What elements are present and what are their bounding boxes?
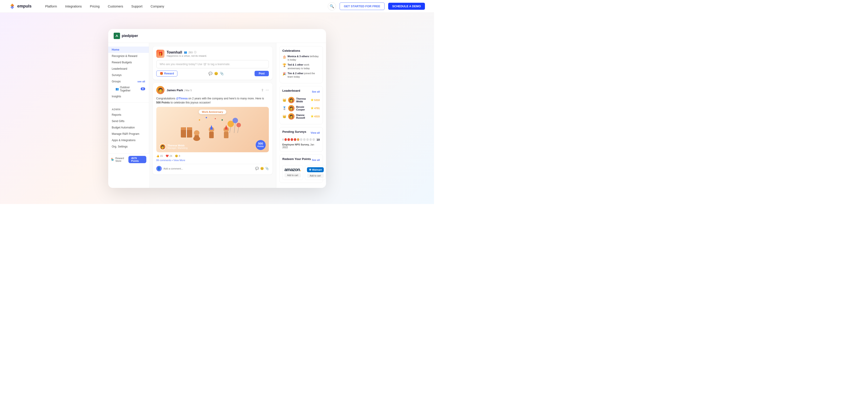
post-button[interactable]: Post (254, 71, 269, 76)
dot-5 (297, 138, 300, 141)
survey-dots-row: 0 10 (282, 138, 320, 142)
nav-support[interactable]: Support (131, 4, 143, 8)
sidebar-item-send-gifts[interactable]: Send Gifts (108, 118, 149, 124)
sidebar-item-budget-automation[interactable]: Budget Automation (108, 124, 149, 131)
svg-line-21 (238, 127, 239, 133)
empuls-logo-icon (9, 3, 16, 9)
thumbs-up-icon: 👍 (156, 155, 159, 157)
celebration-illustration (176, 113, 249, 147)
sidebar-item-manage-rnr[interactable]: Manage R&R Program (108, 131, 149, 137)
share-icon[interactable]: ⇪ (261, 88, 264, 92)
leaderboard-header: Leaderboard See all (282, 89, 320, 95)
sidebar: Home Recognize & Reward Reward Budgets L… (108, 43, 149, 153)
schedule-demo-button[interactable]: SCHEDULE A DEMO (388, 3, 425, 10)
nav-logo[interactable]: empuls (9, 3, 32, 9)
nav-customers[interactable]: Customers (108, 4, 123, 8)
attachment-icon[interactable]: 📎 (220, 72, 224, 75)
comment-action-icons: 💬 😊 📎 (255, 167, 269, 170)
redeem-stores: amazon. Add to cart ✳ Walmart Add to car… (282, 165, 320, 180)
admin-section-label: ADMIN (108, 105, 149, 112)
sidebar-item-groups[interactable]: Groups see all (108, 78, 149, 85)
emoji-icon[interactable]: 😊 (214, 72, 218, 75)
main-area: piedpiper Home Recognize & Reward Reward… (0, 13, 434, 204)
comment-bubble-icon[interactable]: 💬 (255, 167, 259, 170)
leader-1-avatar: 👩 (288, 97, 294, 103)
sidebar-bottom-bar: 🏪 Reward Store 4579 Points (108, 153, 149, 165)
reward-store-label[interactable]: 🏪 Reward Store (111, 157, 129, 162)
svg-point-8 (194, 130, 199, 136)
comments-link[interactable]: 99 comments • View More (156, 159, 269, 162)
sidebar-item-recognize[interactable]: Recognize & Reward (108, 53, 149, 59)
sidebar-item-insights[interactable]: Insights (108, 93, 149, 100)
app-logo-icon (114, 33, 120, 39)
post-user-info: Theresa Webb Manager, Marketing (168, 144, 188, 149)
nav-links: Platform Integrations Pricing Customers … (45, 4, 328, 8)
redeem-title: Redeem Your Points (282, 157, 311, 161)
comment-input[interactable] (163, 167, 253, 170)
dot-1 (284, 138, 287, 141)
svg-line-19 (229, 127, 231, 133)
surveys-view-all[interactable]: View all (311, 131, 320, 134)
post-user-small-avatar: 👩 (159, 144, 166, 150)
svg-point-18 (237, 123, 241, 127)
points-badge[interactable]: 4579 Points (128, 156, 146, 163)
sidebar-item-apps-integrations[interactable]: Apps & Integrations (108, 137, 149, 144)
get-started-button[interactable]: GET STARTED FOR FREE (340, 2, 384, 10)
leaderboard-see-all[interactable]: See all (312, 90, 320, 93)
leader-2-name: Bessie Cooper (296, 105, 309, 111)
sidebar-item-outdoor-together[interactable]: 👥 Outdoor Together 8 (108, 85, 149, 93)
celebration-birthday: 🎂 Monica & 3 others birthday is today (282, 55, 320, 62)
amazon-add-to-cart[interactable]: Add to cart (284, 173, 301, 178)
heart-stat[interactable]: ❤️ 24 (166, 155, 172, 157)
points-circle: 500 Points (256, 140, 266, 150)
nav-pricing[interactable]: Pricing (90, 4, 100, 8)
thumbs-up-stat[interactable]: 👍 15 (156, 155, 163, 157)
walmart-add-to-cart[interactable]: Add to cart (307, 174, 324, 178)
nav-actions: 🔍 GET STARTED FOR FREE SCHEDULE A DEMO (328, 2, 425, 10)
reward-button[interactable]: 🎁 Reward (156, 70, 178, 76)
townhall-input[interactable]: Who are you rewarding today? Use '@' to … (156, 60, 269, 68)
anniversary-badge: Work Anniversary (199, 109, 226, 114)
dot-3 (290, 138, 293, 141)
dot-7 (303, 138, 306, 141)
redeem-see-all[interactable]: See all (312, 159, 320, 161)
comment-emoji-icon[interactable]: 😊 (260, 167, 264, 170)
dot-9 (309, 138, 312, 141)
post-header: 🧑 James Park | Mar 5 ⇪ ⋯ (156, 86, 269, 94)
more-options-icon[interactable]: ⋯ (266, 88, 269, 92)
groups-see-all[interactable]: see all (137, 80, 145, 83)
comment-icon[interactable]: 💬 (209, 72, 212, 75)
svg-rect-12 (209, 132, 214, 138)
townhall-card: 🎁 Townhall 👥 293 ⓘ Happiness is a vir (153, 46, 273, 80)
sidebar-item-org-settings[interactable]: Org. Settings (108, 144, 149, 150)
main-content: 🎁 Townhall 👥 293 ⓘ Happiness is a vir (149, 43, 276, 188)
sidebar-item-leaderboard[interactable]: Leaderboard (108, 66, 149, 72)
sidebar-item-reports[interactable]: Reports (108, 112, 149, 118)
walmart-store-card: ✳ Walmart Add to cart (305, 165, 326, 180)
sidebar-item-surveys[interactable]: Surveys (108, 72, 149, 78)
comment-attachment-icon[interactable]: 📎 (265, 167, 269, 170)
search-button[interactable]: 🔍 (328, 2, 336, 10)
surveys-header: Pending Surveys View all (282, 130, 320, 136)
post-mention[interactable]: @Thresa (176, 97, 188, 100)
surveys-widget: Pending Surveys View all 0 (279, 127, 323, 152)
dot-4 (294, 138, 296, 141)
nav-integrations[interactable]: Integrations (65, 4, 82, 8)
survey-zero-label: 0 (282, 138, 284, 141)
emoji-stat[interactable]: 😊 8 (175, 155, 180, 157)
townhall-motto: Happiness is a virtue, not its reward. (167, 55, 207, 57)
anniversary-icon: 🏆 (282, 63, 286, 68)
reward-store-icon: 🏪 (111, 158, 114, 161)
townhall-title: Townhall (167, 51, 182, 55)
townhall-actions: 🎁 Reward 💬 😊 📎 Post (156, 70, 269, 76)
sidebar-wrapper: Home Recognize & Reward Reward Budgets L… (108, 43, 149, 188)
rank-3-icon: 👑 (282, 115, 286, 118)
action-icons: 💬 😊 📎 (209, 72, 224, 75)
nav-platform[interactable]: Platform (45, 4, 57, 8)
nav-company[interactable]: Company (151, 4, 164, 8)
walmart-logo: ✳ Walmart (307, 167, 324, 172)
sidebar-item-reward-budgets[interactable]: Reward Budgets (108, 59, 149, 66)
sidebar-item-home[interactable]: Home (108, 46, 149, 53)
amazon-logo: amazon. (284, 167, 301, 172)
post-stats[interactable]: 👍 15 ❤️ 24 😊 8 (156, 155, 269, 157)
